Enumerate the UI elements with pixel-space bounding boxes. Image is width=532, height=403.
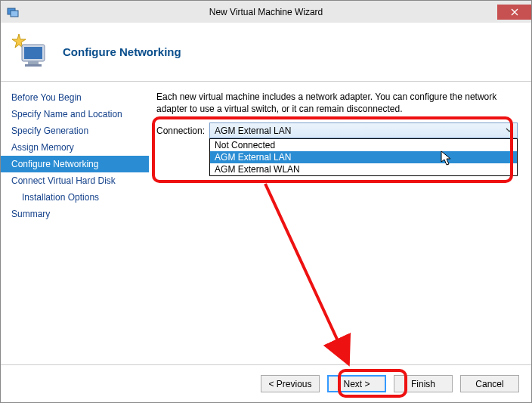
wizard-footer: < Previous Next > Finish Cancel bbox=[1, 364, 531, 402]
main-content: Each new virtual machine includes a netw… bbox=[149, 82, 531, 364]
window-title: New Virtual Machine Wizard bbox=[1, 7, 531, 17]
sidebar-item-specify-generation[interactable]: Specify Generation bbox=[1, 122, 149, 139]
sidebar-item-configure-networking[interactable]: Configure Networking bbox=[1, 156, 149, 172]
sidebar-item-summary[interactable]: Summary bbox=[1, 206, 149, 222]
mouse-cursor-icon bbox=[441, 150, 453, 167]
titlebar: New Virtual Machine Wizard bbox=[1, 1, 531, 23]
svg-rect-5 bbox=[28, 61, 39, 64]
connection-option-agm-external-wlan[interactable]: AGM External WLAN bbox=[210, 163, 517, 175]
connection-selected-value: AGM External LAN bbox=[215, 126, 291, 136]
wizard-header: Configure Networking bbox=[1, 23, 531, 82]
svg-rect-1 bbox=[11, 11, 18, 17]
wizard-window: New Virtual Machine Wizard Configure Net… bbox=[0, 0, 532, 403]
previous-button[interactable]: < Previous bbox=[261, 375, 320, 392]
sidebar-item-before-you-begin[interactable]: Before You Begin bbox=[1, 89, 149, 106]
sidebar-item-connect-vhd[interactable]: Connect Virtual Hard Disk bbox=[1, 172, 149, 189]
sidebar-item-specify-name[interactable]: Specify Name and Location bbox=[1, 106, 149, 122]
connection-combobox[interactable]: AGM External LAN Not Connected AGM Exter… bbox=[209, 122, 518, 138]
cancel-button[interactable]: Cancel bbox=[460, 375, 519, 392]
connection-option-agm-external-lan[interactable]: AGM External LAN bbox=[210, 151, 517, 163]
connection-dropdown-list: Not Connected AGM External LAN AGM Exter… bbox=[209, 138, 518, 176]
next-button[interactable]: Next > bbox=[327, 375, 386, 392]
chevron-down-icon bbox=[505, 126, 514, 137]
sidebar-item-assign-memory[interactable]: Assign Memory bbox=[1, 139, 149, 156]
sidebar-item-installation-options[interactable]: Installation Options bbox=[1, 189, 149, 206]
finish-button[interactable]: Finish bbox=[394, 375, 453, 392]
wizard-header-icon bbox=[11, 33, 51, 72]
connection-option-not-connected[interactable]: Not Connected bbox=[210, 139, 517, 151]
app-icon bbox=[7, 6, 19, 18]
connection-label: Connection: bbox=[156, 126, 205, 136]
svg-rect-4 bbox=[24, 47, 42, 59]
sidebar: Before You Begin Specify Name and Locati… bbox=[1, 82, 149, 364]
connection-row: Connection: AGM External LAN Not Connect… bbox=[156, 122, 518, 138]
page-title: Configure Networking bbox=[63, 45, 181, 58]
close-button[interactable] bbox=[497, 5, 531, 20]
svg-rect-6 bbox=[25, 64, 42, 67]
wizard-body: Before You Begin Specify Name and Locati… bbox=[1, 82, 531, 364]
description-text: Each new virtual machine includes a netw… bbox=[156, 91, 518, 115]
